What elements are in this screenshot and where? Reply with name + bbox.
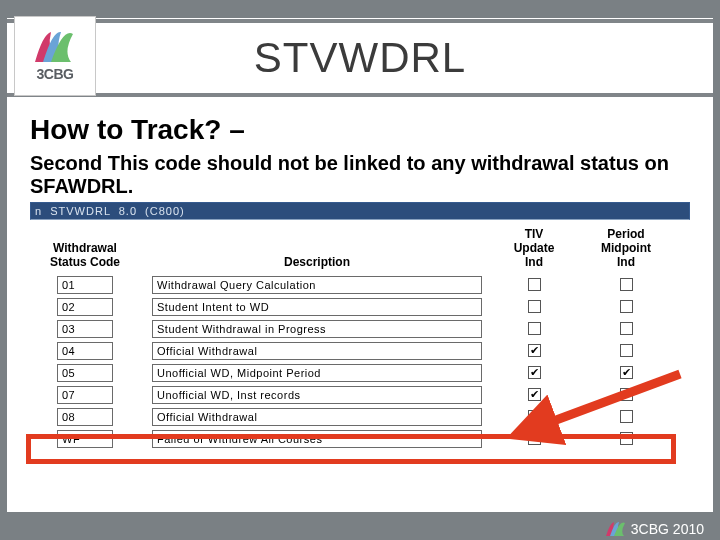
brand-logo: 3CBG [14,16,96,96]
description-cell[interactable]: Failed or Withdrew All Courses [152,430,482,448]
period-checkbox[interactable] [620,388,633,401]
period-checkbox[interactable] [620,278,633,291]
tiv-checkbox[interactable]: ✔ [528,344,541,357]
tiv-checkbox[interactable]: ✔ [528,366,541,379]
code-cell[interactable]: 04 [57,342,113,360]
period-checkbox[interactable] [620,410,633,423]
code-cell[interactable]: 08 [57,408,113,426]
tiv-checkbox[interactable]: ✔ [528,410,541,423]
code-cell[interactable]: 01 [57,276,113,294]
tiv-checkbox[interactable] [528,278,541,291]
page-title: STVWDRL [254,34,466,82]
code-cell[interactable]: 03 [57,320,113,338]
table-area: Withdrawal Status Code Description TIV U… [30,228,690,448]
footer-text: 3CBG 2010 [631,521,704,537]
tiv-checkbox[interactable]: ✔ [528,388,541,401]
footer-swirl-icon [605,521,627,537]
description-cell[interactable]: Withdrawal Query Calculation [152,276,482,294]
heading-secondary: Second This code should not be linked to… [30,152,690,198]
description-cell[interactable]: Student Withdrawal in Progress [152,320,482,338]
description-cell[interactable]: Official Withdrawal [152,342,482,360]
content-area: How to Track? – Second This code should … [30,114,690,448]
period-checkbox[interactable] [620,344,633,357]
period-checkbox[interactable] [620,432,633,445]
header-code: Withdrawal Status Code [30,242,140,270]
period-checkbox[interactable] [620,322,633,335]
brand-logo-text: 3CBG [37,66,74,82]
period-checkbox[interactable]: ✔ [620,366,633,379]
period-checkbox[interactable] [620,300,633,313]
description-cell[interactable]: Student Intent to WD [152,298,482,316]
table-row: 01Withdrawal Query Calculation [30,275,690,294]
table-row: 05Unofficial WD, Midpoint Period✔✔ [30,363,690,382]
code-cell[interactable]: 07 [57,386,113,404]
table-row: 04Official Withdrawal✔ [30,341,690,360]
code-cell[interactable]: WF [57,430,113,448]
header-desc: Description [152,256,482,270]
description-cell[interactable]: Unofficial WD, Midpoint Period [152,364,482,382]
table-row: 07Unofficial WD, Inst records✔ [30,385,690,404]
header-tiv: TIV Update Ind [494,228,574,269]
table-row: WFFailed or Withdrew All Courses [30,429,690,448]
brand-swirl-icon [33,30,77,64]
tiv-checkbox[interactable] [528,300,541,313]
column-headers: Withdrawal Status Code Description TIV U… [30,228,690,269]
table-row: 02Student Intent to WD [30,297,690,316]
description-cell[interactable]: Official Withdrawal [152,408,482,426]
table-row: 03Student Withdrawal in Progress [30,319,690,338]
footer-brand: 3CBG 2010 [605,521,704,537]
tiv-checkbox[interactable] [528,322,541,335]
app-titlebar: n STVWDRL 8.0 (C800) [30,202,690,220]
title-bar: STVWDRL [7,18,713,98]
code-cell[interactable]: 05 [57,364,113,382]
table-row: 08Official Withdrawal✔ [30,407,690,426]
table-rows: 01Withdrawal Query Calculation02Student … [30,275,690,448]
tiv-checkbox[interactable] [528,432,541,445]
code-cell[interactable]: 02 [57,298,113,316]
header-period: Period Midpoint Ind [586,228,666,269]
heading-primary: How to Track? – [30,114,690,146]
description-cell[interactable]: Unofficial WD, Inst records [152,386,482,404]
